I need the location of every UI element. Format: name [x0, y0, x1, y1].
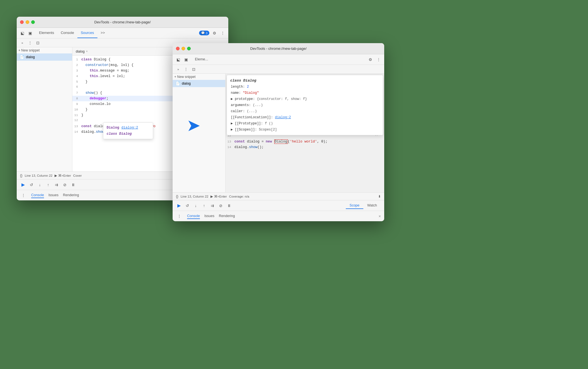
new-snippet-button-front[interactable]: + New snippet: [173, 74, 225, 80]
code-line-f-13: 13 const dialog = new Dialog('hello worl…: [226, 139, 384, 144]
expand-icon-back[interactable]: »: [19, 40, 26, 46]
toolbar-tabs-front: Eleme...: [192, 54, 212, 65]
tab-more-back[interactable]: >>: [97, 28, 108, 38]
panels-icon[interactable]: ▣: [27, 30, 33, 36]
maximize-button-back[interactable]: [31, 20, 35, 24]
cursor-icon[interactable]: ⬕: [19, 30, 26, 36]
run-command-back[interactable]: ▶ ⌘+Enter: [55, 174, 71, 178]
tooltip-line1: Dialog dialog:2: [107, 125, 150, 131]
rendering-tab-back[interactable]: Rendering: [63, 193, 79, 198]
vertical-dots-front[interactable]: ⋮: [183, 66, 189, 73]
tab-sources-back[interactable]: Sources: [77, 28, 97, 38]
file-close-back[interactable]: ×: [86, 50, 88, 53]
tab-elements-back[interactable]: Elements: [36, 28, 57, 38]
issues-tab-back[interactable]: Issues: [48, 193, 58, 198]
step-over-front[interactable]: ↺: [184, 203, 190, 209]
minimize-button-front[interactable]: [182, 47, 185, 50]
step-out-back[interactable]: ↑: [45, 182, 51, 188]
play-button-front[interactable]: ▶: [176, 203, 182, 209]
watch-tab-front[interactable]: Watch: [363, 202, 381, 209]
window-title-front: DevTools - chrome://new-tab-page/: [250, 46, 307, 51]
scope-tab-front[interactable]: Scope: [346, 202, 363, 209]
settings-icon-front[interactable]: ⚙: [367, 56, 374, 63]
tooltip-keyword: Dialog: [107, 125, 119, 131]
step-front[interactable]: ⇉: [209, 203, 215, 209]
close-button-back[interactable]: [20, 20, 24, 24]
toolbar-front: ⬕ ▣ Eleme... ⚙ ⋮: [173, 54, 384, 65]
debug-tabs-front: Scope Watch: [346, 202, 381, 209]
minimize-button-back[interactable]: [26, 20, 29, 24]
scope-row-proto[interactable]: ▶ [[Prototype]]: f (): [227, 120, 383, 127]
arrow-indicator: ➤: [187, 115, 200, 135]
step-over-back[interactable]: ↺: [28, 182, 35, 188]
snippet-file-icon: 📄: [19, 55, 24, 59]
devtools-window-front: DevTools - chrome://new-tab-page/ ⬕ ▣ El…: [173, 43, 384, 221]
status-bar-front: {} Line 13, Column 22 ▶ ⌘+Enter Coverage…: [173, 192, 384, 200]
sidebar-back: + New snippet 📄 dialog: [17, 47, 72, 171]
close-bottom-front[interactable]: ×: [379, 214, 381, 218]
scroll-down-icon[interactable]: ⬇: [378, 195, 381, 198]
pause-back[interactable]: ⏸: [70, 182, 76, 188]
code-line-f-14: 14 dialog.show();: [226, 144, 384, 150]
toolbar-right-back: 💬 3 ⚙ ⋮: [199, 30, 226, 36]
scope-row-prototype[interactable]: ▶ prototype: {constructor: f, show: f}: [227, 96, 383, 102]
issues-tab-front[interactable]: Issues: [204, 213, 214, 219]
tooltip-class: class Dialog: [107, 131, 150, 137]
vertical-dots-back[interactable]: ⋮: [27, 40, 33, 46]
deactivate-front[interactable]: ⊘: [218, 203, 224, 209]
coverage-front: Coverage: n/a: [229, 195, 249, 198]
scope-row-caller: caller: (...): [227, 108, 383, 114]
step-into-back[interactable]: ↓: [37, 182, 43, 188]
close-button-front[interactable]: [176, 47, 180, 50]
more-icon-back[interactable]: ⋮: [219, 30, 226, 36]
main-content-front: + New snippet 📄 dialog class Dialog leng…: [173, 74, 384, 192]
expand-icon-front[interactable]: »: [175, 66, 182, 73]
cursor-icon-front[interactable]: ⬕: [175, 56, 182, 63]
toolbar-back: ⬕ ▣ Elements Console Sources >> 💬 3 ⚙ ⋮: [17, 28, 228, 38]
step-out-front[interactable]: ↑: [201, 203, 207, 209]
step-back[interactable]: ⇉: [53, 182, 60, 188]
file-icon-back[interactable]: ⊡: [35, 40, 41, 46]
snippet-item-dialog[interactable]: 📄 dialog: [17, 53, 72, 61]
file-icon-front[interactable]: ⊡: [190, 66, 197, 73]
panels-icon-front[interactable]: ▣: [183, 56, 189, 63]
code-editor-front[interactable]: 12 13 const dialog = new Dialog('hello w…: [226, 132, 384, 192]
toolbar-tabs-back: Elements Console Sources >>: [36, 28, 108, 38]
tooltip-link[interactable]: dialog:2: [121, 125, 138, 131]
scope-panel-header: class Dialog: [227, 77, 383, 84]
more-bottom-back[interactable]: ⋮: [20, 192, 27, 199]
format-icon-back[interactable]: {}: [20, 173, 23, 178]
step-into-front[interactable]: ↓: [193, 203, 199, 209]
chat-badge-back[interactable]: 💬 3: [199, 31, 209, 35]
hover-tooltip: Dialog dialog:2 class Dialog: [103, 122, 153, 139]
file-tab-back[interactable]: dialog ×: [76, 50, 88, 53]
tab-elements-front[interactable]: Eleme...: [192, 54, 212, 65]
settings-icon-back[interactable]: ⚙: [211, 30, 218, 36]
more-icon-front[interactable]: ⋮: [375, 56, 382, 63]
pause-front[interactable]: ⏸: [226, 203, 232, 209]
play-button-back[interactable]: ▶: [20, 182, 26, 188]
scope-row-scopes[interactable]: ▶ [[Scopes]]: Scopes[2]: [227, 127, 383, 133]
format-icon-front[interactable]: {}: [176, 194, 178, 198]
more-bottom-front[interactable]: ⋮: [176, 213, 183, 220]
window-title-back: DevTools - chrome://new-tab-page/: [94, 20, 151, 24]
maximize-button-front[interactable]: [187, 47, 191, 50]
new-snippet-button[interactable]: + New snippet: [17, 47, 72, 53]
traffic-lights-back: [20, 20, 35, 24]
snippet-name: dialog: [26, 55, 35, 59]
snippet-name-front: dialog: [182, 82, 191, 85]
cursor-position-front: Line 13, Column 22: [181, 195, 209, 198]
tab-console-back[interactable]: Console: [57, 28, 77, 38]
rendering-tab-front[interactable]: Rendering: [219, 213, 235, 219]
run-command-front[interactable]: ▶ ⌘+Enter: [210, 195, 227, 198]
chat-icon: 💬: [201, 31, 205, 35]
snippet-item-dialog-front[interactable]: 📄 dialog: [173, 80, 225, 87]
secondary-toolbar-front: » ⋮ ⊡: [173, 65, 384, 74]
bottom-bar-front: ⋮ Console Issues Rendering ×: [173, 211, 384, 221]
console-tab-back[interactable]: Console: [31, 193, 44, 198]
console-tab-front[interactable]: Console: [187, 213, 200, 219]
cursor-position-back: Line 13, Column 22: [25, 174, 53, 177]
debug-toolbar-front: ▶ ↺ ↓ ↑ ⇉ ⊘ ⏸ Scope Watch: [173, 200, 384, 211]
badge-count-back: 3: [206, 31, 207, 35]
deactivate-back[interactable]: ⊘: [62, 182, 68, 188]
